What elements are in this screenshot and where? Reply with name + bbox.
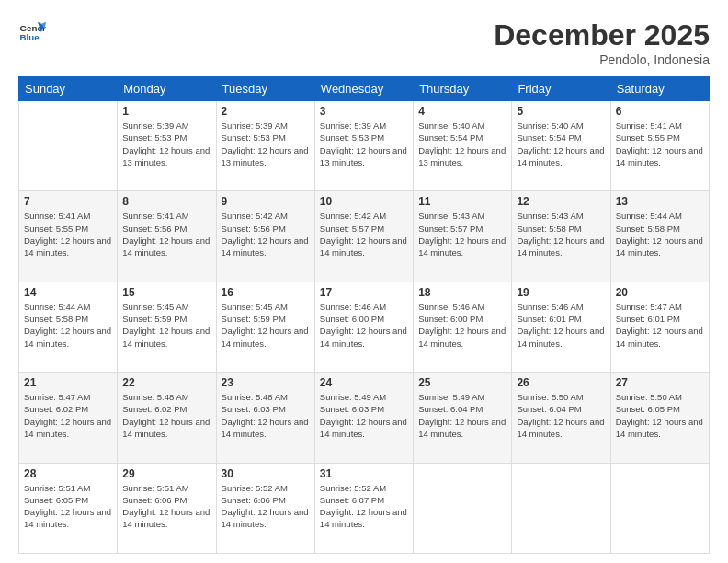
calendar-week-row: 14Sunrise: 5:44 AM Sunset: 5:58 PM Dayli… (19, 282, 710, 372)
table-row: 15Sunrise: 5:45 AM Sunset: 5:59 PM Dayli… (118, 282, 216, 372)
table-row: 22Sunrise: 5:48 AM Sunset: 6:02 PM Dayli… (118, 373, 216, 463)
day-info: Sunrise: 5:49 AM Sunset: 6:03 PM Dayligh… (320, 391, 408, 440)
day-info: Sunrise: 5:52 AM Sunset: 6:06 PM Dayligh… (222, 482, 310, 531)
day-number: 22 (122, 376, 210, 389)
table-row: 14Sunrise: 5:44 AM Sunset: 5:58 PM Dayli… (19, 282, 118, 372)
day-number: 1 (122, 105, 210, 118)
day-info: Sunrise: 5:44 AM Sunset: 5:58 PM Dayligh… (616, 210, 704, 259)
table-row: 11Sunrise: 5:43 AM Sunset: 5:57 PM Dayli… (414, 191, 512, 282)
page: General Blue December 2025 Pendolo, Indo… (0, 0, 728, 563)
day-info: Sunrise: 5:41 AM Sunset: 5:55 PM Dayligh… (24, 210, 112, 259)
day-info: Sunrise: 5:42 AM Sunset: 5:56 PM Dayligh… (222, 210, 310, 259)
table-row: 29Sunrise: 5:51 AM Sunset: 6:06 PM Dayli… (118, 463, 216, 553)
table-row: 28Sunrise: 5:51 AM Sunset: 6:05 PM Dayli… (19, 463, 118, 553)
day-number: 13 (616, 195, 704, 208)
calendar-table: Sunday Monday Tuesday Wednesday Thursday… (18, 76, 710, 554)
day-number: 31 (320, 467, 408, 480)
day-info: Sunrise: 5:44 AM Sunset: 5:58 PM Dayligh… (24, 301, 112, 350)
header: General Blue December 2025 Pendolo, Indo… (18, 18, 710, 67)
day-info: Sunrise: 5:40 AM Sunset: 5:54 PM Dayligh… (517, 120, 605, 168)
day-number: 12 (517, 195, 605, 208)
table-row: 5Sunrise: 5:40 AM Sunset: 5:54 PM Daylig… (512, 101, 610, 191)
table-row: 3Sunrise: 5:39 AM Sunset: 5:53 PM Daylig… (314, 101, 413, 191)
table-row (610, 463, 709, 553)
day-number: 16 (222, 286, 310, 299)
day-info: Sunrise: 5:48 AM Sunset: 6:03 PM Dayligh… (222, 391, 310, 440)
day-info: Sunrise: 5:46 AM Sunset: 6:01 PM Dayligh… (517, 301, 605, 350)
subtitle: Pendolo, Indonesia (494, 52, 710, 67)
table-row (512, 463, 610, 553)
day-info: Sunrise: 5:51 AM Sunset: 6:05 PM Dayligh… (24, 482, 112, 531)
logo: General Blue (18, 18, 46, 46)
day-info: Sunrise: 5:39 AM Sunset: 5:53 PM Dayligh… (222, 120, 310, 168)
calendar-week-row: 1Sunrise: 5:39 AM Sunset: 5:53 PM Daylig… (19, 101, 710, 191)
table-row: 27Sunrise: 5:50 AM Sunset: 6:05 PM Dayli… (610, 373, 709, 463)
day-info: Sunrise: 5:45 AM Sunset: 5:59 PM Dayligh… (222, 301, 310, 350)
day-info: Sunrise: 5:52 AM Sunset: 6:07 PM Dayligh… (320, 482, 408, 531)
table-row: 13Sunrise: 5:44 AM Sunset: 5:58 PM Dayli… (610, 191, 709, 282)
table-row: 26Sunrise: 5:50 AM Sunset: 6:04 PM Dayli… (512, 373, 610, 463)
day-info: Sunrise: 5:42 AM Sunset: 5:57 PM Dayligh… (320, 210, 408, 259)
day-number: 7 (24, 195, 112, 208)
day-number: 27 (616, 376, 704, 389)
day-number: 25 (418, 376, 506, 389)
day-number: 28 (24, 467, 112, 480)
day-info: Sunrise: 5:47 AM Sunset: 6:02 PM Dayligh… (24, 391, 112, 440)
table-row: 21Sunrise: 5:47 AM Sunset: 6:02 PM Dayli… (19, 373, 118, 463)
table-row: 8Sunrise: 5:41 AM Sunset: 5:56 PM Daylig… (118, 191, 216, 282)
table-row (19, 101, 118, 191)
day-number: 15 (122, 286, 210, 299)
table-row: 18Sunrise: 5:46 AM Sunset: 6:00 PM Dayli… (414, 282, 512, 372)
day-info: Sunrise: 5:39 AM Sunset: 5:53 PM Dayligh… (122, 120, 210, 168)
calendar-week-row: 21Sunrise: 5:47 AM Sunset: 6:02 PM Dayli… (19, 373, 710, 463)
day-number: 20 (616, 286, 704, 299)
header-thursday: Thursday (414, 77, 512, 101)
day-info: Sunrise: 5:43 AM Sunset: 5:57 PM Dayligh… (418, 210, 506, 259)
table-row: 1Sunrise: 5:39 AM Sunset: 5:53 PM Daylig… (118, 101, 216, 191)
table-row (414, 463, 512, 553)
table-row: 25Sunrise: 5:49 AM Sunset: 6:04 PM Dayli… (414, 373, 512, 463)
day-number: 21 (24, 376, 112, 389)
day-number: 18 (418, 286, 506, 299)
day-info: Sunrise: 5:48 AM Sunset: 6:02 PM Dayligh… (122, 391, 210, 440)
day-number: 6 (616, 105, 704, 118)
day-info: Sunrise: 5:41 AM Sunset: 5:56 PM Dayligh… (122, 210, 210, 259)
table-row: 4Sunrise: 5:40 AM Sunset: 5:54 PM Daylig… (414, 101, 512, 191)
svg-text:Blue: Blue (20, 32, 40, 42)
day-number: 23 (222, 376, 310, 389)
day-info: Sunrise: 5:45 AM Sunset: 5:59 PM Dayligh… (122, 301, 210, 350)
table-row: 6Sunrise: 5:41 AM Sunset: 5:55 PM Daylig… (610, 101, 709, 191)
day-number: 10 (320, 195, 408, 208)
header-sunday: Sunday (19, 77, 118, 101)
day-number: 29 (122, 467, 210, 480)
table-row: 12Sunrise: 5:43 AM Sunset: 5:58 PM Dayli… (512, 191, 610, 282)
table-row: 31Sunrise: 5:52 AM Sunset: 6:07 PM Dayli… (314, 463, 413, 553)
table-row: 30Sunrise: 5:52 AM Sunset: 6:06 PM Dayli… (216, 463, 314, 553)
table-row: 20Sunrise: 5:47 AM Sunset: 6:01 PM Dayli… (610, 282, 709, 372)
day-info: Sunrise: 5:46 AM Sunset: 6:00 PM Dayligh… (320, 301, 408, 350)
day-info: Sunrise: 5:41 AM Sunset: 5:55 PM Dayligh… (616, 120, 704, 168)
table-row: 7Sunrise: 5:41 AM Sunset: 5:55 PM Daylig… (19, 191, 118, 282)
calendar-week-row: 28Sunrise: 5:51 AM Sunset: 6:05 PM Dayli… (19, 463, 710, 553)
day-number: 17 (320, 286, 408, 299)
calendar-week-row: 7Sunrise: 5:41 AM Sunset: 5:55 PM Daylig… (19, 191, 710, 282)
day-info: Sunrise: 5:39 AM Sunset: 5:53 PM Dayligh… (320, 120, 408, 168)
table-row: 16Sunrise: 5:45 AM Sunset: 5:59 PM Dayli… (216, 282, 314, 372)
day-number: 11 (418, 195, 506, 208)
day-number: 26 (517, 376, 605, 389)
day-info: Sunrise: 5:51 AM Sunset: 6:06 PM Dayligh… (122, 482, 210, 531)
title-section: December 2025 Pendolo, Indonesia (494, 18, 710, 67)
header-monday: Monday (118, 77, 216, 101)
table-row: 23Sunrise: 5:48 AM Sunset: 6:03 PM Dayli… (216, 373, 314, 463)
table-row: 17Sunrise: 5:46 AM Sunset: 6:00 PM Dayli… (314, 282, 413, 372)
header-tuesday: Tuesday (216, 77, 314, 101)
day-number: 5 (517, 105, 605, 118)
logo-icon: General Blue (18, 18, 46, 46)
day-number: 24 (320, 376, 408, 389)
table-row: 9Sunrise: 5:42 AM Sunset: 5:56 PM Daylig… (216, 191, 314, 282)
day-info: Sunrise: 5:43 AM Sunset: 5:58 PM Dayligh… (517, 210, 605, 259)
day-info: Sunrise: 5:49 AM Sunset: 6:04 PM Dayligh… (418, 391, 506, 440)
month-title: December 2025 (494, 18, 710, 52)
day-info: Sunrise: 5:40 AM Sunset: 5:54 PM Dayligh… (418, 120, 506, 168)
header-saturday: Saturday (610, 77, 709, 101)
